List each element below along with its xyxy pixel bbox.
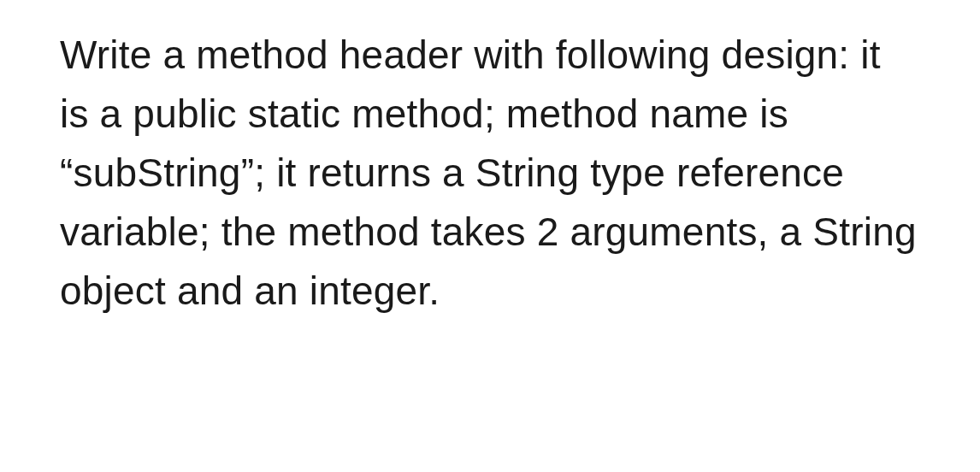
- question-text: Write a method header with following des…: [60, 26, 920, 321]
